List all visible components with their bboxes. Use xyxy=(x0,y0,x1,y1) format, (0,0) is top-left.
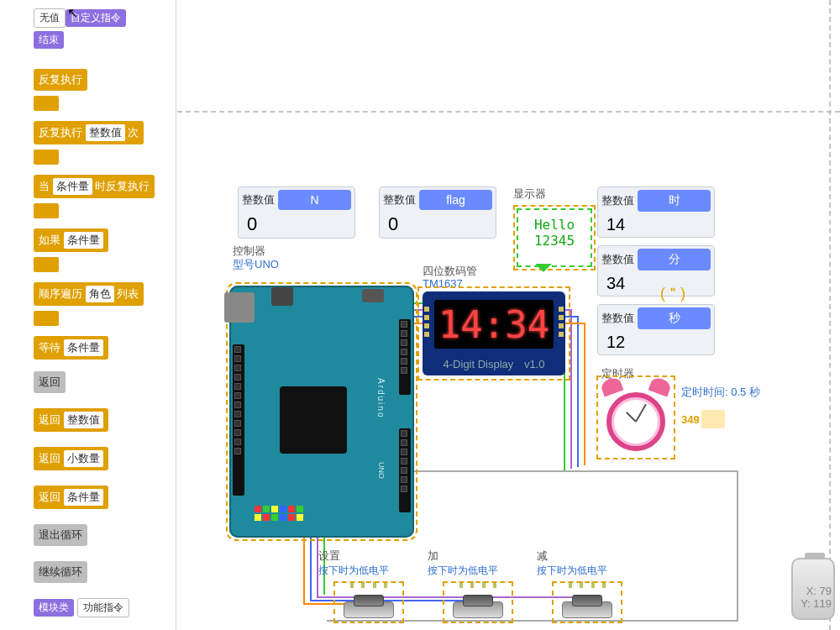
coord-y: Y: 119 xyxy=(801,597,832,610)
arduino-board[interactable]: Arduino UNO xyxy=(229,286,414,538)
button-title: 减 xyxy=(537,549,548,562)
watch-value: 12 xyxy=(606,333,711,352)
watch-type: 整数值 xyxy=(383,192,416,207)
block-text: 反复执行 xyxy=(39,126,82,139)
novalue-pill[interactable]: 无值 xyxy=(34,8,66,28)
mcu-chip-icon xyxy=(280,386,347,454)
controller-model: 型号UNO xyxy=(233,257,279,272)
led-array-icon xyxy=(255,506,303,521)
block-while[interactable]: 当 条件量 时反复执行 xyxy=(34,175,155,198)
button-sub: 按下时为低电平 xyxy=(537,564,638,578)
watch-type: 整数值 xyxy=(601,193,634,208)
block-break[interactable]: 退出循环 xyxy=(34,524,87,546)
timer-clock-icon[interactable] xyxy=(601,377,670,454)
slot-float[interactable]: 小数量 xyxy=(64,450,103,467)
coord-x: X: 79 xyxy=(801,585,832,597)
block-continue[interactable]: 继续循环 xyxy=(34,561,87,583)
watch-name: N xyxy=(278,190,351,210)
module-tab[interactable]: 模块类 xyxy=(34,599,74,617)
slot-cond[interactable]: 条件量 xyxy=(64,232,103,249)
block-return-int[interactable]: 返回 整数值 xyxy=(34,408,108,432)
block-text: 次 xyxy=(128,126,139,139)
board-model: UNO xyxy=(377,462,386,479)
block-text: 返回 xyxy=(39,491,60,503)
watch-value: 0 xyxy=(388,213,492,235)
end-pill[interactable]: 结束 xyxy=(34,31,64,49)
seg-pins-left xyxy=(424,307,429,344)
watch-type: 整数值 xyxy=(242,192,275,207)
display-line2: 12345 xyxy=(525,233,584,249)
push-button-add[interactable]: 加 按下时为低电平 xyxy=(453,585,503,618)
power-jack-icon xyxy=(271,287,293,306)
button-sub: 按下时为低电平 xyxy=(428,564,528,578)
seg-screen: 14:34 xyxy=(434,300,554,349)
block-stub xyxy=(34,96,59,111)
watch-type: 整数值 xyxy=(601,252,634,267)
seg-model: TM1637 xyxy=(423,277,463,290)
block-stub xyxy=(34,203,59,218)
slot-cond[interactable]: 条件量 xyxy=(64,489,103,506)
watch-name: flag xyxy=(419,190,492,210)
slot-cond[interactable]: 条件量 xyxy=(64,339,103,356)
seg-footer-left: 4-Digit Display xyxy=(444,358,514,370)
reset-button-icon xyxy=(362,289,384,302)
block-text: 列表 xyxy=(117,287,139,300)
watch-hour[interactable]: 整数值 时 14 xyxy=(597,186,715,238)
block-text: 等待 xyxy=(39,341,60,354)
push-button-minus[interactable]: 减 按下时为低电平 xyxy=(562,585,612,618)
slot-role[interactable]: 角色 xyxy=(86,286,114,302)
watch-value: 0 xyxy=(247,213,351,235)
block-palette: ↖ 无值自定义指令 结束 反复执行 反复执行 整数值 次 当 条件量 时反复执行… xyxy=(0,0,176,630)
block-if[interactable]: 如果 条件量 xyxy=(34,228,108,252)
block-stub xyxy=(34,257,59,272)
block-loop-n[interactable]: 反复执行 整数值 次 xyxy=(34,121,144,144)
header-pins-left xyxy=(233,344,244,496)
block-loop[interactable]: 反复执行 xyxy=(34,69,87,91)
block-wait[interactable]: 等待 条件量 xyxy=(34,336,108,360)
seven-segment-module[interactable]: 14:34 4-Digit Display v1.0 xyxy=(423,291,565,375)
watch-value: 34 xyxy=(606,274,711,293)
custom-command-pill[interactable]: 自定义指令 xyxy=(66,9,126,27)
block-text: 顺序遍历 xyxy=(39,287,82,300)
watch-name: 时 xyxy=(638,190,711,212)
block-return-bool[interactable]: 返回 条件量 xyxy=(34,486,108,509)
button-title: 设置 xyxy=(318,549,340,562)
timer-count: 349 xyxy=(681,407,725,428)
stage[interactable]: 整数值 N 0 整数值 flag 0 显示器 Hello 12345 整数值 时… xyxy=(177,0,840,630)
seg-footer-right: v1.0 xyxy=(524,358,545,370)
watch-sec[interactable]: 整数值 秒 12 xyxy=(597,304,715,355)
divider-v xyxy=(829,0,831,630)
slot-int[interactable]: 整数值 xyxy=(86,124,125,141)
usb-port-icon xyxy=(224,292,255,323)
block-stub xyxy=(34,150,59,165)
header-pins-right-bottom xyxy=(399,428,411,512)
seg-pins-right xyxy=(559,307,564,344)
button-sub: 按下时为低电平 xyxy=(318,564,419,578)
push-button-set[interactable]: 设置 按下时为低电平 xyxy=(344,585,394,618)
block-return-float[interactable]: 返回 小数量 xyxy=(34,447,108,470)
watch-min[interactable]: 整数值 分 34 xyxy=(597,245,715,297)
block-text: 当 xyxy=(39,180,50,192)
display-device[interactable]: Hello 12345 xyxy=(517,208,592,267)
watch-type: 整数值 xyxy=(601,311,634,326)
slot-int[interactable]: 整数值 xyxy=(64,412,103,428)
cursor-coords: X: 79 Y: 119 xyxy=(801,585,832,610)
block-stub xyxy=(34,311,59,326)
block-return[interactable]: 返回 xyxy=(34,371,66,393)
block-text: 时反复执行 xyxy=(95,180,150,192)
display-line1: Hello xyxy=(525,217,584,233)
function-tab[interactable]: 功能指令 xyxy=(77,598,129,617)
timer-interval: 定时时间: 0.5 秒 xyxy=(681,385,760,400)
display-header: 显示器 xyxy=(513,186,546,202)
seg-digits: 14:34 xyxy=(438,303,549,346)
slot-cond[interactable]: 条件量 xyxy=(53,178,92,195)
block-text: 返回 xyxy=(39,452,60,465)
quote-mark: (＂) xyxy=(660,283,685,303)
header-pins-right-top xyxy=(399,319,411,395)
block-text: 如果 xyxy=(39,234,60,246)
block-foreach[interactable]: 顺序遍历 角色 列表 xyxy=(34,282,144,306)
divider-h xyxy=(177,111,840,113)
watch-flag[interactable]: 整数值 flag 0 xyxy=(379,186,496,239)
block-text: 返回 xyxy=(39,413,60,426)
watch-N[interactable]: 整数值 N 0 xyxy=(238,186,355,239)
